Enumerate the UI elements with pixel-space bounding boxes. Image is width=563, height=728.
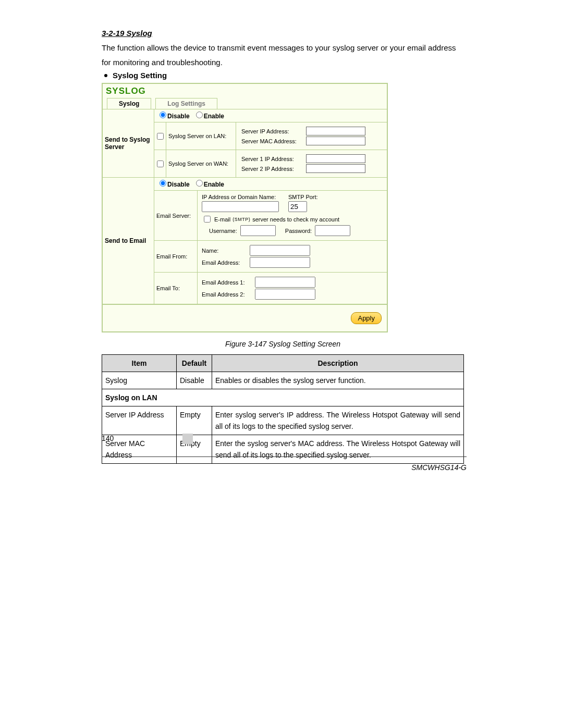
cell-default: Disable xyxy=(177,372,212,389)
email-to-row: Email To: Email Address 1: Email Address… xyxy=(154,273,387,304)
username-input[interactable] xyxy=(240,225,276,236)
enable-label2: Enable xyxy=(204,181,224,188)
smtp-port-label: SMTP Port: xyxy=(288,194,318,200)
email-enable-row: Disable Enable xyxy=(154,178,387,191)
cell-item: Syslog xyxy=(102,372,177,389)
wan-row: Syslog Server on WAN: Server 1 IP Addres… xyxy=(154,150,387,177)
section-title: 3-2-19 Syslog xyxy=(102,29,464,38)
syslog-panel: SYSLOG Syslog Log Settings Send to Syslo… xyxy=(102,83,388,332)
lan-checkbox[interactable] xyxy=(157,133,164,140)
footer-marker xyxy=(182,434,193,444)
apply-button[interactable]: Apply xyxy=(351,312,382,324)
page-number: 140 xyxy=(102,434,114,442)
ipdomain-label: IP Address or Domain Name: xyxy=(202,194,279,200)
syslog-disable-radio[interactable] xyxy=(160,112,166,118)
th-description: Description xyxy=(212,355,464,372)
wan-label: Syslog Server on WAN: xyxy=(166,150,236,177)
syslog-enable-radio[interactable] xyxy=(196,112,203,118)
to-addr1-label: Email Address 1: xyxy=(202,279,252,286)
password-input[interactable] xyxy=(315,225,350,236)
wan-ip1-label: Server 1 IP Address: xyxy=(241,156,303,162)
table-row: Server IP Address Empty Enter syslog ser… xyxy=(102,406,464,435)
disable-label2: Disable xyxy=(167,181,190,188)
bullet-label: Syslog Setting xyxy=(113,71,167,80)
to-addr1-input[interactable] xyxy=(255,277,315,288)
email-disable-radio[interactable] xyxy=(160,180,166,187)
footer-rule xyxy=(102,456,467,457)
email-to-label: Email To: xyxy=(154,273,198,304)
cell-item: Server IP Address xyxy=(102,406,177,435)
intro-text: The function allows the device to transm… xyxy=(102,41,464,70)
bullet-row: Syslog Setting xyxy=(102,71,464,80)
email-from-row: Email From: Name: Email Address: xyxy=(154,241,387,273)
tab-row: Syslog Log Settings xyxy=(103,97,387,109)
cfg-email-label: Send to Email xyxy=(103,178,154,304)
lan-row: Syslog Server on LAN: Server IP Address:… xyxy=(154,122,387,150)
smtp-auth-label-smtp: (SMTP) xyxy=(232,217,250,222)
wan-checkbox[interactable] xyxy=(157,161,164,167)
panel-title: SYSLOG xyxy=(103,84,387,97)
th-item: Item xyxy=(102,355,177,372)
syslog-enable-row: Disable Enable xyxy=(154,109,387,122)
syslog-disable-option[interactable]: Disable xyxy=(157,112,190,120)
lan-mac-label: Server MAC Address: xyxy=(241,138,303,144)
wan-ip2-label: Server 2 IP Address: xyxy=(241,166,303,172)
model-label: SMCWHSG14-G xyxy=(102,463,467,472)
apply-bar: Apply xyxy=(103,304,387,331)
bullet-icon xyxy=(104,74,107,77)
password-label: Password: xyxy=(285,228,312,234)
email-disable-option[interactable]: Disable xyxy=(157,180,190,188)
cfg-syslog-label: Send to Syslog Server xyxy=(103,109,154,178)
cell-default: Empty xyxy=(177,406,212,435)
email-server-row: Email Server: IP Address or Domain Name:… xyxy=(154,191,387,241)
cfg-send-email: Send to Email Disable Enable Email Serve… xyxy=(103,178,387,304)
from-name-label: Name: xyxy=(202,248,247,254)
table-row: Syslog Disable Enables or disables the s… xyxy=(102,372,464,389)
th-default: Default xyxy=(177,355,212,372)
username-label: Username: xyxy=(209,228,237,234)
smtp-port-input[interactable] xyxy=(288,201,307,212)
email-enable-option[interactable]: Enable xyxy=(194,180,224,188)
to-addr2-input[interactable] xyxy=(255,289,315,300)
from-addr-input[interactable] xyxy=(250,257,310,268)
tab-syslog[interactable]: Syslog xyxy=(107,98,151,109)
tab-log-settings[interactable]: Log Settings xyxy=(155,98,217,109)
lan-ip-input[interactable] xyxy=(306,127,365,135)
table-subheader-row: Syslog on LAN xyxy=(102,389,464,406)
ipdomain-input[interactable] xyxy=(202,201,279,212)
to-addr2-label: Email Address 2: xyxy=(202,291,252,298)
smtp-auth-label-pre: E-mail xyxy=(214,216,230,223)
lan-mac-input[interactable] xyxy=(306,137,365,145)
disable-label: Disable xyxy=(167,113,190,120)
lan-label: Syslog Server on LAN: xyxy=(166,122,236,150)
email-enable-radio[interactable] xyxy=(196,180,203,187)
syslog-enable-option[interactable]: Enable xyxy=(194,112,224,120)
lan-ip-label: Server IP Address: xyxy=(241,128,303,134)
cfg-syslog-server: Send to Syslog Server Disable Enable Sys… xyxy=(103,109,387,178)
wan-ip1-input[interactable] xyxy=(306,154,365,163)
cell-desc: Enter syslog server's IP address. The Wi… xyxy=(212,406,464,435)
wan-ip2-input[interactable] xyxy=(306,164,365,173)
from-addr-label: Email Address: xyxy=(202,260,247,266)
page-footer: 140 SMCWHSG14-G xyxy=(102,434,467,472)
email-server-label: Email Server: xyxy=(154,191,198,240)
smtp-auth-label-post: server needs to check my account xyxy=(252,216,339,223)
from-name-input[interactable] xyxy=(250,245,310,256)
enable-label: Enable xyxy=(204,113,224,120)
figure-caption: Figure 3-147 Syslog Setting Screen xyxy=(102,340,464,348)
email-from-label: Email From: xyxy=(154,241,198,272)
cell-desc: Enables or disables the syslog server fu… xyxy=(212,372,464,389)
cell-subheader: Syslog on LAN xyxy=(102,389,464,406)
smtp-auth-checkbox[interactable] xyxy=(204,216,211,223)
